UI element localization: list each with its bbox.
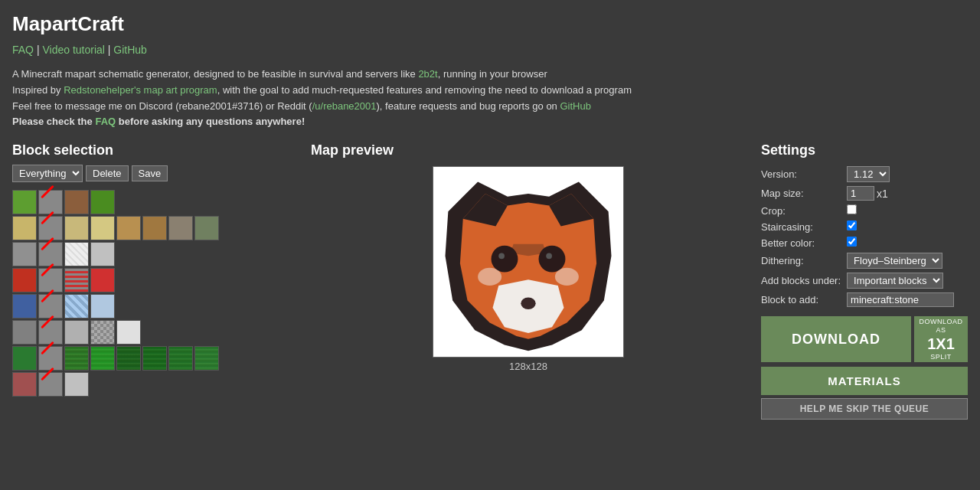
block-swatch-plank[interactable] [116,216,141,240]
block-swatch-no-5[interactable] [38,294,63,318]
main-content: Block selection Everything Survival Crea… [12,142,968,420]
svg-point-2 [498,253,505,260]
map-canvas [433,166,624,358]
block-swatch-no-2[interactable] [38,216,63,240]
svg-point-6 [478,268,501,286]
block-swatch-lightgray[interactable] [64,320,89,345]
block-swatch-stone[interactable] [12,242,37,266]
block-row-8 [12,372,296,397]
version-label: Version: [761,168,841,180]
github-desc-link[interactable]: GitHub [560,100,590,112]
map-preview-svg [433,167,623,357]
map-preview-panel: Map preview [311,142,746,372]
map-size-label-s: Map size: [761,188,841,199]
block-swatch-leaves2[interactable] [90,346,115,371]
settings-table: Version: 1.12 1.16 1.17 1.18 Map size: x… [761,166,968,307]
split-label: SPLIT [930,353,952,361]
block-swatch-no-4[interactable] [38,268,63,292]
block-swatch-leaves6[interactable] [194,346,219,371]
block-delete-button[interactable]: Delete [86,165,129,181]
settings-panel: Settings Version: 1.12 1.16 1.17 1.18 Ma… [761,142,968,420]
block-swatch-birch[interactable] [90,216,115,240]
block-swatch-blue[interactable] [12,294,37,318]
block-swatch-tnt[interactable] [64,268,89,292]
staircasing-checkbox[interactable] [847,220,857,230]
add-blocks-select[interactable]: Important blocks All blocks None [847,273,943,289]
block-swatch-lightgray2[interactable] [64,372,89,397]
block-swatch-plank2[interactable] [142,216,167,240]
block-swatch-mossy[interactable] [194,216,219,240]
reddit-link[interactable]: /u/rebane2001 [312,100,377,112]
block-to-add-label: Block to add: [761,294,841,305]
settings-title: Settings [761,142,968,158]
2b2t-link[interactable]: 2b2t [418,68,437,80]
staircasing-control [847,220,968,233]
better-color-checkbox[interactable] [847,237,857,247]
better-color-control [847,237,968,249]
download-split-button[interactable]: DOWNLOAD AS 1X1 SPLIT [914,316,968,362]
faq-link[interactable]: FAQ [12,44,34,56]
block-swatch-grayred[interactable] [12,372,37,397]
map-size-x-input[interactable] [847,186,874,201]
block-swatch-no-3[interactable] [38,242,63,266]
description: A Minecraft mapart schematic generator, … [12,67,968,130]
materials-button[interactable]: MATERIALS [761,367,968,395]
dithering-select[interactable]: Floyd–Steinberg None Ordered [847,253,942,269]
block-row-1 [12,190,296,214]
block-selection-panel: Block selection Everything Survival Crea… [12,142,296,397]
redstone-link[interactable]: Redstonehelper's map art program [64,84,217,96]
block-grid [12,190,296,397]
block-swatch-no-6[interactable] [38,320,63,345]
staircasing-label: Staircasing: [761,221,841,233]
faq-desc-link[interactable]: FAQ [95,116,116,127]
block-swatch-sand[interactable] [12,216,37,240]
nav-links: FAQ | Video tutorial | GitHub [12,44,968,56]
crop-label: Crop: [761,205,841,217]
block-swatch-white[interactable] [116,320,141,345]
version-select[interactable]: 1.12 1.16 1.17 1.18 [847,166,890,182]
block-swatch-leaves5[interactable] [168,346,193,371]
map-size-label: 128x128 [509,361,547,372]
block-row-7 [12,346,296,371]
block-swatch-glass[interactable] [64,294,89,318]
block-swatch-wool[interactable] [90,242,115,266]
download-section: DOWNLOAD DOWNLOAD AS 1X1 SPLIT [761,316,968,362]
video-link[interactable]: Video tutorial [42,44,104,56]
block-row-3 [12,242,296,266]
crop-control [847,204,968,217]
split-size-label: 1X1 [927,335,955,353]
block-swatch-no-1[interactable] [38,190,63,214]
skip-queue-button[interactable]: HELP ME SKIP THE QUEUE [761,398,968,420]
block-swatch-sandstone[interactable] [64,216,89,240]
block-swatch-grass2[interactable] [90,190,115,214]
block-to-add-input[interactable] [847,292,954,307]
crop-checkbox[interactable] [847,204,857,214]
block-swatch-no-7[interactable] [38,346,63,371]
block-swatch-redstone[interactable] [90,268,115,292]
block-swatch-grass[interactable] [12,190,37,214]
block-swatch-gravel[interactable] [168,216,193,240]
block-swatch-no-8[interactable] [38,372,63,397]
block-swatch-dirt[interactable] [64,190,89,214]
block-swatch-glass2[interactable] [90,294,115,318]
block-swatch-darkgreen[interactable] [12,346,37,371]
block-swatch-leaves4[interactable] [142,346,167,371]
svg-point-4 [546,253,552,260]
block-row-6 [12,320,296,345]
block-controls: Everything Survival Creative Custom Dele… [12,165,296,182]
dithering-label: Dithering: [761,255,841,266]
better-color-label: Better color: [761,237,841,249]
app-title: MapartCraft [12,12,968,36]
add-blocks-label: Add blocks under: [761,275,841,286]
block-swatch-redwool[interactable] [12,268,37,292]
block-swatch-leaves[interactable] [64,346,89,371]
block-filter-select[interactable]: Everything Survival Creative Custom [12,165,83,182]
download-button[interactable]: DOWNLOAD [761,316,911,362]
block-swatch-checkered[interactable] [90,320,115,345]
github-link[interactable]: GitHub [113,44,147,56]
block-save-button[interactable]: Save [132,165,168,181]
block-swatch-cobweb[interactable] [64,242,89,266]
block-row-2 [12,216,296,240]
block-swatch-grayslab[interactable] [12,320,37,345]
block-swatch-leaves3[interactable] [116,346,141,371]
